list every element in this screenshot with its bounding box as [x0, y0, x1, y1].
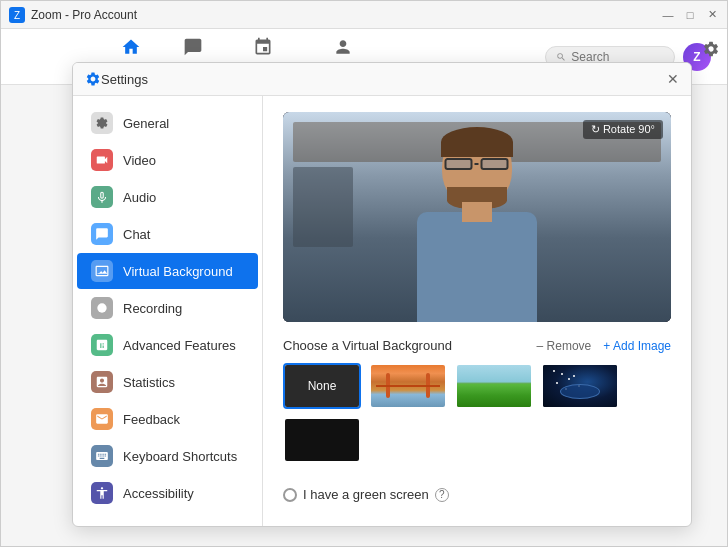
minimize-button[interactable]: —: [661, 8, 675, 22]
green-screen-option: I have a green screen ?: [283, 487, 671, 502]
audio-icon: [91, 186, 113, 208]
sidebar-label-chat: Chat: [123, 227, 150, 242]
video-icon: [91, 149, 113, 171]
sidebar-item-video[interactable]: Video: [77, 142, 258, 178]
settings-close-button[interactable]: ✕: [667, 85, 679, 87]
thumb-bridge-img: [371, 365, 445, 407]
settings-title-icon: [85, 85, 101, 87]
settings-title-text: Settings: [101, 85, 148, 87]
green-screen-label: I have a green screen: [303, 487, 429, 502]
recording-icon: [91, 297, 113, 319]
gear-icon[interactable]: [702, 40, 720, 58]
thumb-space-img: [543, 365, 617, 407]
settings-body: General Video Audio: [73, 96, 691, 526]
vbg-thumbnails: None: [283, 363, 671, 409]
sidebar-label-statistics: Statistics: [123, 375, 175, 390]
sidebar-item-general[interactable]: General: [77, 105, 258, 141]
home-icon: [121, 37, 141, 62]
settings-title-bar: Settings ✕: [73, 85, 691, 96]
accessibility-icon: [91, 482, 113, 504]
rotate-button[interactable]: ↻ Rotate 90°: [583, 120, 663, 139]
gear-icon-wrapper: [702, 40, 720, 61]
green-screen-help-icon[interactable]: ?: [435, 488, 449, 502]
bg-fridge: [293, 167, 353, 247]
thumb-none[interactable]: None: [283, 363, 361, 409]
keyboard-icon: [91, 445, 113, 467]
sidebar-label-accessibility: Accessibility: [123, 486, 194, 501]
chat-sidebar-icon: [91, 223, 113, 245]
title-bar: Z Zoom - Pro Account — □ ✕: [1, 1, 727, 29]
close-button[interactable]: ✕: [705, 8, 719, 22]
thumb-bridge[interactable]: [369, 363, 447, 409]
thumb-none-label: None: [285, 365, 359, 407]
vbg-thumbnails-row2: [283, 417, 671, 463]
chat-icon: [183, 37, 203, 62]
thumb-grass[interactable]: [455, 363, 533, 409]
person-area: [377, 122, 577, 322]
app-window: Z Zoom - Pro Account — □ ✕ Home Chat: [0, 0, 728, 547]
green-screen-checkbox[interactable]: [283, 488, 297, 502]
sidebar-item-audio[interactable]: Audio: [77, 179, 258, 215]
sidebar-label-advanced-features: Advanced Features: [123, 338, 236, 353]
sidebar-item-keyboard-shortcuts[interactable]: Keyboard Shortcuts: [77, 438, 258, 474]
sidebar-label-feedback: Feedback: [123, 412, 180, 427]
avatar-initials: Z: [693, 50, 700, 64]
video-preview: ↻ Rotate 90°: [283, 112, 671, 322]
app-icon: Z: [9, 7, 25, 23]
search-icon: [556, 51, 566, 63]
svg-text:Z: Z: [14, 10, 20, 21]
general-icon: [91, 112, 113, 134]
sidebar-item-chat[interactable]: Chat: [77, 216, 258, 252]
svg-point-2: [97, 303, 106, 312]
window-controls: — □ ✕: [661, 8, 719, 22]
vbg-header: Choose a Virtual Background – Remove + A…: [283, 338, 671, 353]
sidebar-item-statistics[interactable]: Statistics: [77, 364, 258, 400]
vbg-title: Choose a Virtual Background: [283, 338, 537, 353]
sidebar-label-general: General: [123, 116, 169, 131]
sidebar-label-recording: Recording: [123, 301, 182, 316]
vbg-add-button[interactable]: + Add Image: [603, 339, 671, 353]
settings-main-panel: ↻ Rotate 90° Choose a Virtual Background…: [263, 96, 691, 526]
video-preview-inner: [283, 112, 671, 322]
sidebar-item-feedback[interactable]: Feedback: [77, 401, 258, 437]
thumb-black-img: [285, 419, 359, 461]
statistics-icon: [91, 371, 113, 393]
advanced-icon: [91, 334, 113, 356]
virtual-bg-icon: [91, 260, 113, 282]
thumb-black[interactable]: [283, 417, 361, 463]
window-title: Zoom - Pro Account: [31, 8, 137, 22]
settings-sidebar: General Video Audio: [73, 96, 263, 526]
thumb-grass-img: [457, 365, 531, 407]
maximize-button[interactable]: □: [683, 8, 697, 22]
sidebar-item-virtual-background[interactable]: Virtual Background: [77, 253, 258, 289]
meetings-icon: [253, 37, 273, 62]
settings-window: Settings ✕ General: [72, 85, 692, 527]
sidebar-item-accessibility[interactable]: Accessibility: [77, 475, 258, 511]
sidebar-label-keyboard-shortcuts: Keyboard Shortcuts: [123, 449, 237, 464]
sidebar-label-virtual-background: Virtual Background: [123, 264, 233, 279]
feedback-icon: [91, 408, 113, 430]
sidebar-item-advanced-features[interactable]: Advanced Features: [77, 327, 258, 363]
vbg-remove-button[interactable]: – Remove: [537, 339, 592, 353]
vbg-section: Choose a Virtual Background – Remove + A…: [283, 338, 671, 463]
sidebar-item-recording[interactable]: Recording: [77, 290, 258, 326]
contacts-icon: [333, 37, 353, 62]
sidebar-label-video: Video: [123, 153, 156, 168]
thumb-space[interactable]: [541, 363, 619, 409]
content-area: Settings ✕ General: [1, 85, 727, 546]
sidebar-label-audio: Audio: [123, 190, 156, 205]
